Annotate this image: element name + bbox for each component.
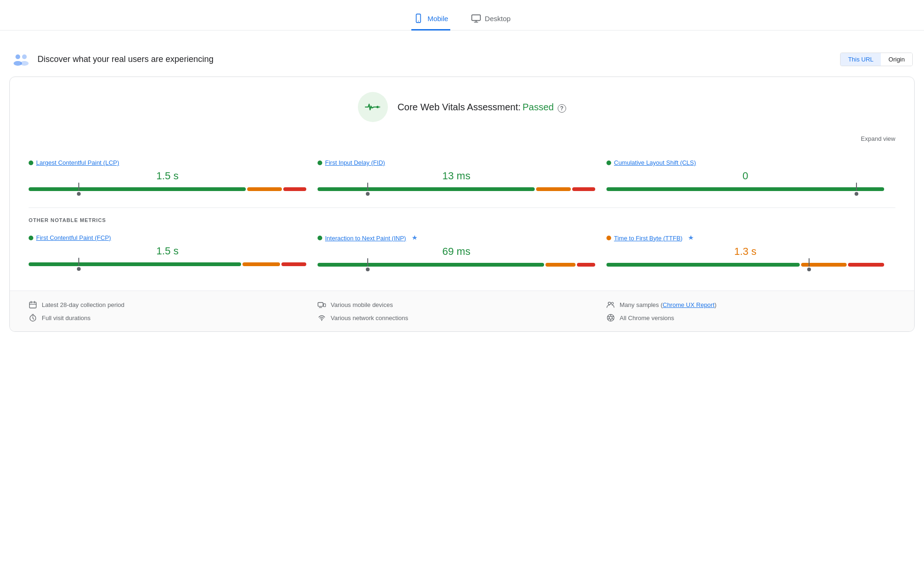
svg-line-23 <box>608 319 609 320</box>
metric-dot-fid <box>318 161 322 165</box>
mobile-icon <box>413 13 424 23</box>
tab-mobile-label: Mobile <box>427 15 448 23</box>
metric-value-inp: 69 ms <box>318 245 595 258</box>
section-divider <box>29 207 895 208</box>
metric-cell-lcp: Largest Contentful Paint (LCP)1.5 s <box>29 150 318 204</box>
svg-line-21 <box>612 319 613 320</box>
metric-dot-ttfb <box>606 236 611 240</box>
svg-point-17 <box>609 316 612 319</box>
footer-item-devices: Various mobile devices <box>318 300 606 309</box>
wifi-icon <box>318 314 326 322</box>
footer-col-3: Many samples (Chrome UX Report) All Chro… <box>606 300 895 322</box>
footer-chrome-text: All Chrome versions <box>620 314 674 322</box>
metric-value-cls: 0 <box>606 170 884 182</box>
expand-view[interactable]: Expand view <box>29 135 895 142</box>
svg-point-1 <box>418 21 419 22</box>
timer-icon <box>29 314 37 322</box>
footer-samples-text: Many samples (Chrome UX Report) <box>620 301 717 308</box>
desktop-icon <box>471 13 481 23</box>
this-url-button[interactable]: This URL <box>841 53 881 66</box>
metric-cell-fid: First Input Delay (FID)13 ms <box>318 150 606 204</box>
tab-mobile[interactable]: Mobile <box>411 8 450 31</box>
metric-cell-inp: Interaction to Next Paint (INP)69 ms <box>318 225 606 279</box>
metric-dot-lcp <box>29 161 33 165</box>
section-header-left: Discover what your real users are experi… <box>11 49 213 69</box>
origin-button[interactable]: Origin <box>881 53 912 66</box>
svg-point-15 <box>611 302 613 305</box>
svg-point-4 <box>22 54 27 59</box>
svg-rect-12 <box>324 304 326 306</box>
calendar-icon <box>29 300 37 309</box>
metric-label-lcp[interactable]: Largest Contentful Paint (LCP) <box>36 159 119 166</box>
metric-cell-cls: Cumulative Layout Shift (CLS)0 <box>606 150 895 204</box>
footer-item-network: Various network connections <box>318 314 606 322</box>
beta-icon <box>411 234 418 242</box>
metric-label-fcp[interactable]: First Contentful Paint (FCP) <box>36 234 111 241</box>
other-metrics-label: OTHER NOTABLE METRICS <box>29 217 895 223</box>
svg-point-6 <box>20 61 29 66</box>
users-group-icon <box>11 49 31 69</box>
metric-dot-cls <box>606 161 611 165</box>
footer-col-2: Various mobile devices Various network c… <box>318 300 606 322</box>
svg-point-3 <box>15 54 20 59</box>
people-icon <box>606 300 615 309</box>
tab-desktop-label: Desktop <box>485 15 511 23</box>
metric-label-cls[interactable]: Cumulative Layout Shift (CLS) <box>614 159 696 166</box>
chrome-ux-link[interactable]: Chrome UX Report <box>663 301 715 308</box>
footer-item-samples: Many samples (Chrome UX Report) <box>606 300 895 309</box>
svg-point-14 <box>608 302 611 305</box>
cwv-waveform-icon <box>364 100 381 114</box>
tab-bar: Mobile Desktop <box>0 0 924 31</box>
footer-item-chrome: All Chrome versions <box>606 314 895 322</box>
section-title: Discover what your real users are experi… <box>38 54 213 64</box>
metric-label-fid[interactable]: First Input Delay (FID) <box>325 159 385 166</box>
metric-dot-inp <box>318 236 322 240</box>
svg-rect-2 <box>471 15 480 21</box>
footer-col-1: Latest 28-day collection period Full vis… <box>29 300 318 322</box>
other-metrics-grid: First Contentful Paint (FCP)1.5 sInterac… <box>29 225 895 279</box>
metric-dot-fcp <box>29 236 33 240</box>
svg-point-8 <box>379 106 381 108</box>
beta-icon <box>687 234 695 242</box>
svg-point-13 <box>321 320 322 321</box>
section-header: Discover what your real users are experi… <box>0 42 924 77</box>
footer-network-text: Various network connections <box>331 314 408 322</box>
tab-desktop[interactable]: Desktop <box>469 8 513 31</box>
metric-label-inp[interactable]: Interaction to Next Paint (INP) <box>325 235 406 242</box>
svg-line-20 <box>608 316 609 317</box>
footer-duration-text: Full visit durations <box>42 314 91 322</box>
devices-icon <box>318 300 326 309</box>
cwv-assessment-text: Core Web Vitals Assessment: Passed ? <box>397 102 566 113</box>
cwv-icon-circle <box>358 92 388 122</box>
metric-label-ttfb[interactable]: Time to First Byte (TTFB) <box>614 235 682 242</box>
metric-cell-fcp: First Contentful Paint (FCP)1.5 s <box>29 225 318 279</box>
metric-value-fid: 13 ms <box>318 170 595 182</box>
cwv-help-icon[interactable]: ? <box>558 104 566 113</box>
footer-period-text: Latest 28-day collection period <box>42 301 124 308</box>
cwv-status: Passed <box>523 102 554 112</box>
main-metrics-grid: Largest Contentful Paint (LCP)1.5 sFirst… <box>29 150 895 204</box>
metric-cell-ttfb: Time to First Byte (TTFB)1.3 s <box>606 225 895 279</box>
svg-rect-9 <box>30 302 36 308</box>
metric-value-lcp: 1.5 s <box>29 170 306 182</box>
cwv-header: Core Web Vitals Assessment: Passed ? <box>29 92 895 122</box>
main-card: Core Web Vitals Assessment: Passed ? Exp… <box>9 77 915 332</box>
chrome-icon <box>606 314 615 322</box>
footer-item-duration: Full visit durations <box>29 314 318 322</box>
svg-line-22 <box>612 316 613 317</box>
card-footer: Latest 28-day collection period Full vis… <box>10 291 914 331</box>
metric-value-fcp: 1.5 s <box>29 245 306 257</box>
metric-value-ttfb: 1.3 s <box>606 245 884 258</box>
url-origin-toggle: This URL Origin <box>840 53 913 66</box>
svg-rect-11 <box>318 303 323 306</box>
svg-point-7 <box>377 106 379 108</box>
footer-item-period: Latest 28-day collection period <box>29 300 318 309</box>
footer-devices-text: Various mobile devices <box>331 301 393 308</box>
